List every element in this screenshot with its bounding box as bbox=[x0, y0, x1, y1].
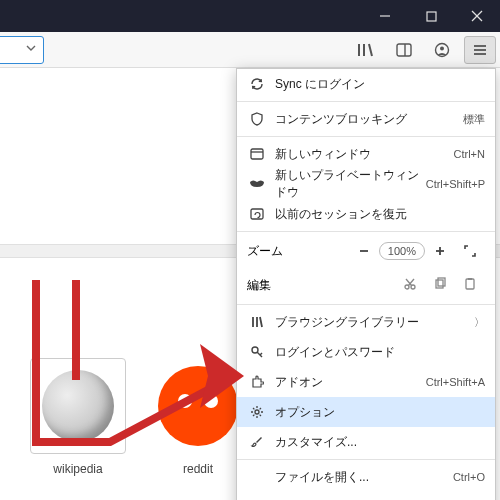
close-button[interactable] bbox=[454, 0, 500, 32]
wikipedia-logo bbox=[42, 370, 114, 442]
minimize-button[interactable] bbox=[362, 0, 408, 32]
menu-item-addons[interactable]: アドオン Ctrl+Shift+A bbox=[237, 367, 495, 397]
svg-rect-16 bbox=[251, 209, 263, 219]
address-bar[interactable]: す bbox=[0, 36, 44, 64]
svg-point-34 bbox=[255, 410, 259, 414]
tile-reddit[interactable]: reddit bbox=[150, 358, 246, 476]
menu-label: コンテンツブロッキング bbox=[267, 111, 463, 128]
svg-rect-24 bbox=[436, 280, 443, 288]
library-icon[interactable] bbox=[350, 36, 382, 64]
chevron-right-icon: 〉 bbox=[474, 315, 485, 330]
blocking-badge: 標準 bbox=[463, 112, 485, 127]
svg-line-30 bbox=[260, 317, 262, 327]
zoom-percent[interactable]: 100% bbox=[379, 242, 425, 260]
fullscreen-button[interactable] bbox=[455, 239, 485, 263]
shortcut: Ctrl+Shift+P bbox=[426, 178, 485, 190]
tile-label: wikipedia bbox=[30, 462, 126, 476]
menu-label: 新しいプライベートウィンドウ bbox=[267, 167, 426, 201]
menu-item-customize[interactable]: カスタマイズ... bbox=[237, 427, 495, 457]
menu-edit-row: 編集 bbox=[237, 268, 495, 302]
brush-icon bbox=[247, 435, 267, 449]
menu-item-new-window[interactable]: 新しいウィンドウ Ctrl+N bbox=[237, 139, 495, 169]
svg-rect-27 bbox=[468, 278, 472, 280]
menu-label: ブラウジングライブラリー bbox=[267, 314, 474, 331]
menu-label: オプション bbox=[267, 404, 485, 421]
zoom-label: ズーム bbox=[247, 243, 349, 260]
menu-label: Sync にログイン bbox=[267, 76, 485, 93]
window-titlebar bbox=[0, 0, 500, 32]
account-icon[interactable] bbox=[426, 36, 458, 64]
sidebar-icon[interactable] bbox=[388, 36, 420, 64]
menu-item-options[interactable]: オプション bbox=[237, 397, 495, 427]
menu-label: 新しいウィンドウ bbox=[267, 146, 454, 163]
svg-line-33 bbox=[260, 353, 262, 355]
library-icon bbox=[247, 315, 267, 329]
menu-label: カスタマイズ... bbox=[267, 434, 485, 451]
tile-wikipedia[interactable]: wikipedia bbox=[30, 358, 126, 476]
shortcut: Ctrl+N bbox=[454, 148, 485, 160]
tile-label: reddit bbox=[150, 462, 246, 476]
sync-icon bbox=[247, 77, 267, 91]
zoom-in-button[interactable] bbox=[425, 239, 455, 263]
shortcut: Ctrl+O bbox=[453, 471, 485, 483]
copy-button[interactable] bbox=[425, 277, 455, 294]
menu-item-restore[interactable]: 以前のセッションを復元 bbox=[237, 199, 495, 229]
zoom-out-button[interactable] bbox=[349, 239, 379, 263]
menu-item-library[interactable]: ブラウジングライブラリー 〉 bbox=[237, 307, 495, 337]
mask-icon bbox=[247, 179, 267, 189]
toolbar: す bbox=[0, 32, 500, 68]
menu-label: ログインとパスワード bbox=[267, 344, 485, 361]
puzzle-icon bbox=[247, 375, 267, 389]
svg-rect-14 bbox=[251, 149, 263, 159]
gear-icon bbox=[247, 405, 267, 419]
menu-item-open-file[interactable]: ファイルを開く... Ctrl+O bbox=[237, 462, 495, 492]
window-icon bbox=[247, 148, 267, 160]
svg-rect-7 bbox=[397, 44, 411, 56]
paste-button[interactable] bbox=[455, 277, 485, 294]
edit-label: 編集 bbox=[247, 277, 395, 294]
top-sites: wikipedia reddit bbox=[30, 358, 246, 476]
menu-item-new-private[interactable]: 新しいプライベートウィンドウ Ctrl+Shift+P bbox=[237, 169, 495, 199]
svg-rect-26 bbox=[466, 279, 474, 289]
menu-zoom-row: ズーム 100% bbox=[237, 234, 495, 268]
menu-item-logins[interactable]: ログインとパスワード bbox=[237, 337, 495, 367]
menu-item-save-as[interactable]: 名前を付けてページを保存... Ctrl+S bbox=[237, 492, 495, 500]
reddit-logo bbox=[158, 366, 238, 446]
app-menu: Sync にログイン コンテンツブロッキング 標準 新しいウィンドウ Ctrl+… bbox=[236, 68, 496, 500]
shortcut: Ctrl+Shift+A bbox=[426, 376, 485, 388]
key-icon bbox=[247, 345, 267, 359]
cut-button[interactable] bbox=[395, 277, 425, 294]
menu-label: 以前のセッションを復元 bbox=[267, 206, 485, 223]
restore-icon bbox=[247, 208, 267, 220]
svg-line-6 bbox=[369, 44, 372, 56]
svg-rect-1 bbox=[427, 12, 436, 21]
hamburger-menu-button[interactable] bbox=[464, 36, 496, 64]
svg-point-10 bbox=[440, 46, 444, 50]
shield-icon bbox=[247, 112, 267, 126]
menu-item-sync[interactable]: Sync にログイン bbox=[237, 69, 495, 99]
maximize-button[interactable] bbox=[408, 0, 454, 32]
menu-item-blocking[interactable]: コンテンツブロッキング 標準 bbox=[237, 104, 495, 134]
svg-rect-25 bbox=[438, 278, 445, 286]
menu-label: アドオン bbox=[267, 374, 426, 391]
chevron-down-icon[interactable] bbox=[25, 42, 37, 57]
menu-label: ファイルを開く... bbox=[267, 469, 453, 486]
